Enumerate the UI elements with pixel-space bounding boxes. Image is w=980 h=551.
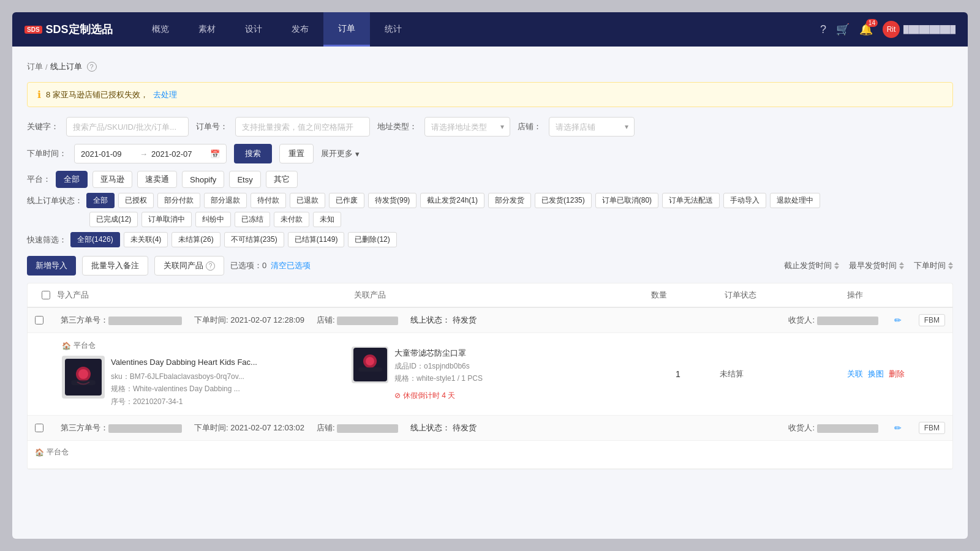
status-unpaid[interactable]: 未付款 xyxy=(274,212,309,227)
status-all[interactable]: 全部 xyxy=(86,193,115,208)
order1-link-action[interactable]: 关联 xyxy=(847,369,863,380)
order1-status: 线上状态： 待发货 xyxy=(410,315,477,326)
order-status-filter-row2: 已完成(12) 订单取消中 纠纷中 已冻结 未付款 未知 xyxy=(89,212,953,227)
breadcrumb-parent[interactable]: 订单 xyxy=(27,61,43,72)
breadcrumb-help-icon[interactable]: ? xyxy=(87,62,97,72)
platform-filter-row: 平台： 全部 亚马逊 速卖通 Shopify Etsy 其它 xyxy=(27,171,953,188)
order-no-label: 订单号： xyxy=(196,121,228,132)
date-range-picker[interactable]: → 📅 xyxy=(74,144,227,163)
topnav: SDS SDS定制选品 概览 素材 设计 发布 订单 统计 ? 🛒 🔔 14 R… xyxy=(12,12,968,47)
order1-delete-action[interactable]: 删除 xyxy=(889,369,905,380)
status-authorized[interactable]: 已授权 xyxy=(118,193,154,208)
platform-tab-amazon[interactable]: 亚马逊 xyxy=(92,171,132,188)
platform-tab-etsy[interactable]: Etsy xyxy=(229,171,260,188)
svg-point-6 xyxy=(366,357,374,365)
cart-icon[interactable]: 🛒 xyxy=(836,23,850,36)
order1-checkbox[interactable] xyxy=(35,316,43,324)
nav-item-stats[interactable]: 统计 xyxy=(370,12,417,47)
qf-unsettled[interactable]: 未结算(26) xyxy=(172,232,220,247)
order1-actions: 关联 换图 删除 xyxy=(847,369,945,380)
status-dispute[interactable]: 纠纷中 xyxy=(195,212,231,227)
link-product-button[interactable]: 关联同产品 ? xyxy=(154,256,224,276)
toolbar: 新增导入 批量导入备注 关联同产品 ? 已选项：0 清空已选项 截止发货时间 最… xyxy=(27,256,953,276)
order1-shipping-tag: FBM xyxy=(919,314,945,326)
sort-order-time-btn[interactable]: 下单时间 xyxy=(914,260,953,271)
status-refund-processing[interactable]: 退款处理中 xyxy=(770,193,820,208)
help-icon[interactable]: ? xyxy=(820,23,826,36)
order1-image-action[interactable]: 换图 xyxy=(868,369,884,380)
order-status-label: 线上订单状态： xyxy=(27,195,83,206)
order2-platform-tag: 🏠 平台仓 xyxy=(35,447,69,457)
order2-edit-icon[interactable]: ✏ xyxy=(894,423,902,433)
user-area[interactable]: Rit ██████████ xyxy=(883,21,956,38)
status-pending-ship[interactable]: 待发货(99) xyxy=(368,193,417,208)
qf-cannot-settle[interactable]: 不可结算(235) xyxy=(224,232,284,247)
order1-order-status: 未结算 xyxy=(720,369,842,380)
status-manual-import[interactable]: 手动导入 xyxy=(723,193,766,208)
order1-edit-icon[interactable]: ✏ xyxy=(894,315,902,325)
sort-earliest-btn[interactable]: 最早发货时间 xyxy=(849,260,904,271)
status-pending-pay[interactable]: 待付款 xyxy=(251,193,286,208)
nav-item-design[interactable]: 设计 xyxy=(230,12,277,47)
order1-linked-spec: 规格：white-style1 / 1 PCS xyxy=(394,372,483,384)
status-shipped[interactable]: 已发货(1235) xyxy=(535,193,592,208)
status-partial-shipped[interactable]: 部分发货 xyxy=(488,193,531,208)
qf-all[interactable]: 全部(1426) xyxy=(70,232,120,247)
header-checkbox-cell[interactable] xyxy=(35,291,57,299)
address-select[interactable]: 请选择地址类型 xyxy=(424,117,510,137)
store-select[interactable]: 请选择店铺 xyxy=(549,117,635,137)
alert-text: 8 家亚马逊店铺已授权失效， xyxy=(46,89,148,100)
status-no-delivery[interactable]: 订单无法配送 xyxy=(662,193,720,208)
nav-item-publish[interactable]: 发布 xyxy=(277,12,323,47)
order-meta-row-1: 第三方单号： 下单时间: 2021-02-07 12:28:09 店铺: 线上状… xyxy=(28,308,952,333)
search-button[interactable]: 搜索 xyxy=(234,144,272,163)
clear-selection-link[interactable]: 清空已选项 xyxy=(271,261,311,270)
qf-settled[interactable]: 已结算(1149) xyxy=(288,232,345,247)
select-all-checkbox[interactable] xyxy=(42,291,50,299)
nav-item-overview[interactable]: 概览 xyxy=(137,12,184,47)
calendar-icon[interactable]: 📅 xyxy=(210,149,220,159)
platform-tab-aliexpress[interactable]: 速卖通 xyxy=(137,171,177,188)
notification-icon[interactable]: 🔔 14 xyxy=(859,23,873,36)
order1-product-sku: sku：BM7-6JLFbalaclavasboys-0rq7ov... xyxy=(111,370,257,383)
nav-item-material[interactable]: 素材 xyxy=(184,12,230,47)
nav-item-orders[interactable]: 订单 xyxy=(323,12,370,47)
status-partial-refund[interactable]: 部分退款 xyxy=(204,193,247,208)
order2-platform-row: 🏠 平台仓 xyxy=(28,441,952,468)
import-button[interactable]: 新增导入 xyxy=(27,256,76,276)
date-from-input[interactable] xyxy=(81,149,136,159)
status-partial-pay[interactable]: 部分付款 xyxy=(157,193,200,208)
qf-deleted[interactable]: 已删除(12) xyxy=(348,232,396,247)
platform-tab-shopify[interactable]: Shopify xyxy=(182,171,224,188)
status-voided[interactable]: 已作废 xyxy=(329,193,364,208)
chevron-down-icon: ▾ xyxy=(355,149,360,159)
more-filters-button[interactable]: 展开更多 ▾ xyxy=(321,148,360,159)
date-to-input[interactable] xyxy=(151,149,206,159)
date-range-sep: → xyxy=(140,149,148,159)
keyword-input[interactable] xyxy=(66,117,189,137)
svg-point-2 xyxy=(78,369,88,379)
order-no-input[interactable] xyxy=(235,117,370,137)
order2-checkbox[interactable] xyxy=(35,424,43,432)
platform-tab-other[interactable]: 其它 xyxy=(266,171,298,188)
platform-tab-all[interactable]: 全部 xyxy=(56,171,88,188)
reset-button[interactable]: 重置 xyxy=(279,144,314,163)
status-refunded[interactable]: 已退款 xyxy=(290,193,325,208)
status-ship-deadline[interactable]: 截止发货24h(1) xyxy=(420,193,484,208)
alert-link[interactable]: 去处理 xyxy=(153,89,177,100)
status-cancelling[interactable]: 订单取消中 xyxy=(141,212,192,227)
sort1-icon xyxy=(834,262,839,269)
status-unknown[interactable]: 未知 xyxy=(313,212,341,227)
breadcrumb-sep: / xyxy=(45,62,48,72)
status-completed[interactable]: 已完成(12) xyxy=(89,212,138,227)
filter-row-1: 关键字： 订单号： 地址类型： 请选择地址类型 店铺： 请选择店铺 xyxy=(27,117,953,137)
status-cancelled[interactable]: 订单已取消(80) xyxy=(595,193,658,208)
address-label: 地址类型： xyxy=(377,121,417,132)
batch-import-button[interactable]: 批量导入备注 xyxy=(82,256,148,276)
order1-product-thumb xyxy=(62,356,105,399)
qf-unlinked[interactable]: 未关联(4) xyxy=(124,232,168,247)
order1-third-party-no: 第三方单号： xyxy=(61,315,182,326)
sort-deadline-btn[interactable]: 截止发货时间 xyxy=(784,260,839,271)
status-frozen[interactable]: 已冻结 xyxy=(235,212,270,227)
order1-product-details: Valentines Day Dabbing Heart Kids Fac...… xyxy=(111,356,257,408)
